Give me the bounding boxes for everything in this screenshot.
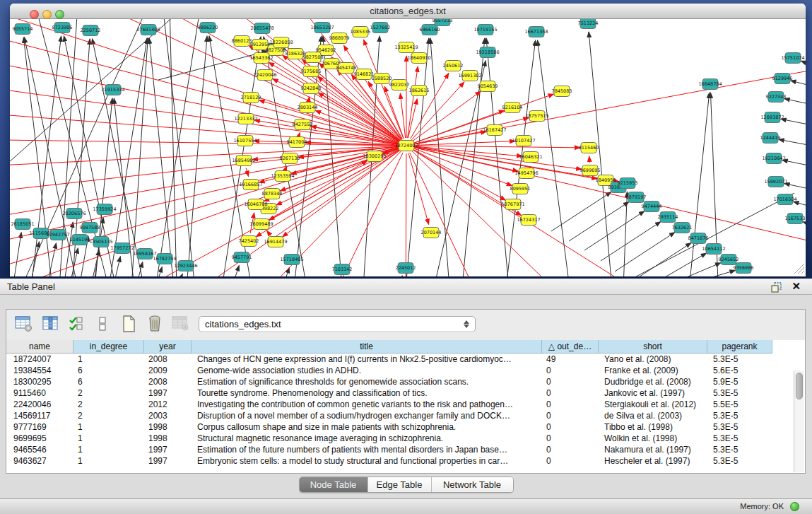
network-window-titlebar[interactable]: citations_edges.txt [10, 4, 806, 19]
table-selector-value: citations_edges.txt [205, 319, 464, 329]
show-columns-button[interactable] [40, 315, 61, 336]
column-header-short[interactable]: short [599, 340, 707, 354]
graph-node-label: 22420046 [253, 72, 276, 78]
table-cell: Wolkin et al. (1998) [599, 433, 707, 444]
table-row[interactable]: 1938455462009Genome-wide association stu… [6, 365, 772, 376]
table-row[interactable]: 969969511998Structural magnetic resonanc… [6, 433, 772, 444]
table-cell: 1 [73, 433, 144, 444]
graph-node-label: 12353594 [271, 173, 294, 179]
delete-column-disabled-button[interactable] [170, 315, 192, 336]
graph-node-label: 10654112 [702, 246, 725, 252]
table-settings-button[interactable] [13, 315, 35, 336]
table-cell: 5.5E-5 [707, 399, 772, 410]
graph-edge [584, 211, 645, 250]
table-scrollbar[interactable] [794, 370, 804, 472]
table-cell: 5.3E-5 [707, 354, 772, 365]
table-row[interactable]: 946554611997Estimation of the future num… [6, 444, 772, 455]
table-cell: Changes of HCN gene expression and I(f) … [192, 354, 542, 365]
column-header-year[interactable]: year [144, 340, 192, 354]
graph-edge [615, 233, 675, 271]
graph-edge [397, 276, 402, 276]
table-cell: 9699695 [6, 433, 73, 444]
graph-edge [801, 61, 806, 66]
column-header-name[interactable]: name [6, 340, 73, 354]
graph-node-label: 7103342 [332, 267, 353, 272]
column-header-in_degree[interactable]: in_degree [73, 340, 144, 354]
table-cell: 5.3E-5 [707, 444, 772, 455]
tab-network-table[interactable]: Network Table [432, 477, 513, 492]
graph-node-label: 8427552 [293, 122, 313, 127]
table-cell: 22420046 [6, 399, 73, 410]
graph-node-label: 9822037 [389, 82, 410, 88]
graph-node-label: 16671358 [524, 29, 548, 35]
graph-node-label: 2450612 [443, 63, 464, 69]
graph-node-label: 16543362 [249, 55, 273, 61]
table-cell: Genome-wide association studies in ADHD. [192, 365, 542, 376]
graph-node-label: 9474444 [642, 204, 662, 209]
graph-edge [113, 257, 120, 276]
column-header-title[interactable]: title [192, 340, 542, 354]
table-cell: Estimation of significance thresholds fo… [192, 376, 542, 387]
table-scrollbar-thumb[interactable] [796, 373, 803, 399]
resize-grip-icon[interactable] [801, 271, 804, 274]
table-cell: 18724007 [6, 354, 73, 365]
table-cell: 9777169 [6, 421, 73, 433]
graph-edge [631, 243, 691, 276]
new-table-button[interactable] [118, 315, 139, 336]
graph-node-label: 9827509 [266, 47, 286, 53]
graph-node-label: 13505135 [89, 239, 112, 245]
graph-node-label: 9227343 [766, 94, 787, 100]
table-cell: 2 [73, 410, 144, 421]
table-body: 1872400712008Changes of HCN gene express… [6, 354, 772, 467]
table-row[interactable]: 1872400712008Changes of HCN gene express… [6, 354, 772, 365]
graph-edge [569, 202, 629, 241]
graph-node-label: 8471676 [688, 235, 709, 241]
delete-column-disabled-icon [172, 315, 190, 335]
graph-node-label: 9457791 [232, 255, 252, 260]
graph-node-label: 16210643 [762, 156, 785, 161]
graph-node-label: 16991302 [458, 73, 481, 78]
float-panel-icon[interactable] [771, 281, 782, 293]
graph-node-label: 17016504 [773, 197, 796, 202]
table-selector-dropdown[interactable]: citations_edges.txt [199, 316, 476, 332]
table-cell: 5.6E-5 [707, 365, 772, 376]
resize-grip-icon[interactable] [798, 267, 804, 274]
tab-edge-table[interactable]: Edge Table [368, 477, 432, 492]
table-type-tabs: Node TableEdge TableNetwork Table [299, 477, 514, 493]
column-header-pagerank[interactable]: pagerank [707, 340, 772, 354]
delete-table-icon [146, 315, 163, 336]
network-canvas[interactable]: 1085335114519411675331244419152760215885… [10, 19, 806, 276]
graph-node-label: 9115460 [579, 145, 599, 151]
graph-node-label: 1527602 [370, 25, 391, 30]
select-rows-button[interactable] [66, 315, 87, 336]
table-cell: 2 [73, 387, 144, 399]
graph-edge [601, 222, 661, 261]
table-panel-header: Table Panel ✕ [0, 279, 812, 295]
table-cell: de Silva et al. (2003) [599, 410, 707, 421]
graph-edge [155, 19, 201, 276]
table-cell: 5.3E-5 [707, 410, 772, 421]
tab-node-table[interactable]: Node Table [300, 477, 368, 492]
table-cell: 1 [73, 354, 144, 365]
delete-table-button[interactable] [144, 315, 165, 336]
table-row[interactable]: 977716911998Corpus callosum shape and si… [6, 421, 772, 433]
table-cell: Tibbo et al. (1998) [599, 421, 707, 433]
graph-edge [283, 151, 400, 237]
graph-node-label: 10653287 [310, 25, 334, 30]
table-cell: Yano et al. (2008) [599, 354, 707, 365]
column-header-out_de[interactable]: △ out_de… [542, 340, 599, 354]
table-row[interactable]: 1456911722003Disruption of a novel membe… [6, 410, 772, 421]
table-row[interactable]: 946362711997Embryonic stem cells: a mode… [6, 455, 772, 467]
close-panel-icon[interactable]: ✕ [792, 280, 801, 293]
table-row[interactable]: 1830029562008Estimation of significance … [6, 376, 772, 387]
table-row[interactable]: 911546021997Tourette syndrome. Phenomeno… [6, 387, 772, 399]
graph-node-label: 8267130 [280, 156, 300, 161]
table-cell: Corpus callosum shape and size in male p… [192, 421, 542, 433]
graph-node-label: 9054639 [478, 83, 498, 89]
table-cell: 14569117 [6, 410, 73, 421]
graph-node-label: 16107554 [233, 138, 257, 144]
clear-selection-button[interactable] [92, 315, 113, 336]
table-toolbar: f(x) [13, 313, 218, 338]
table-row[interactable]: 2242004622012Investigating the contribut… [6, 399, 772, 410]
graph-node-label: 16782759 [153, 256, 176, 262]
